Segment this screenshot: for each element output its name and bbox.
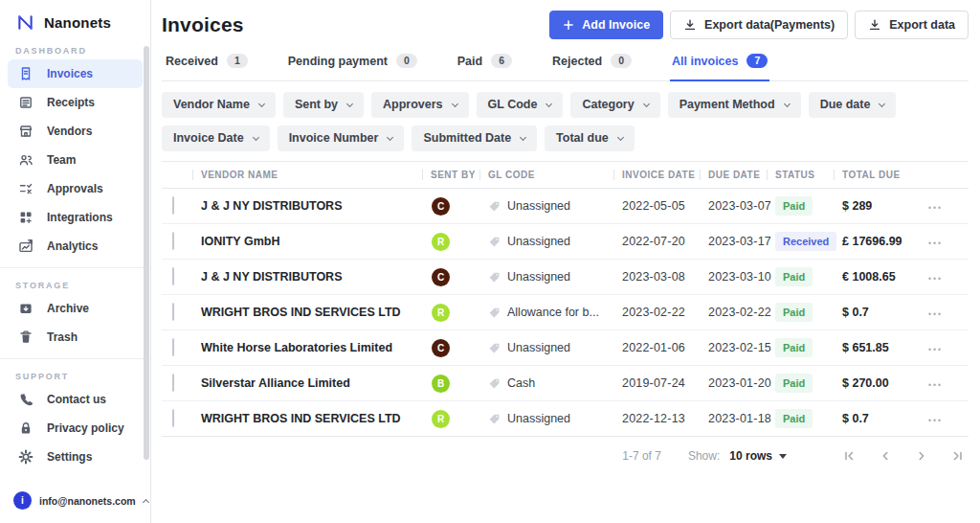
gl-code-cell: Allowance for b... [479, 306, 613, 319]
status-badge: Paid [775, 374, 813, 393]
tab-label: All invoices [672, 55, 738, 68]
row-checkbox[interactable] [172, 196, 174, 215]
filter-label: Invoice Number [289, 132, 379, 145]
row-checkbox[interactable] [172, 267, 174, 285]
sidebar-item-trash[interactable]: Trash [8, 323, 143, 352]
row-actions-button[interactable] [923, 335, 948, 360]
sidebar-item-integrations[interactable]: Integrations [8, 203, 143, 232]
table-row[interactable]: WRIGHT BROS IND SERVICES LTD R Allowance… [162, 295, 969, 330]
table-body: J & J NY DISTRIBUTORS C Unassigned 2022-… [162, 189, 969, 437]
column-header-gl-code: GL CODE [479, 170, 613, 180]
gear-icon [17, 449, 33, 466]
filter-invoice-date[interactable]: Invoice Date [162, 125, 270, 151]
sidebar-item-analytics[interactable]: Analytics [8, 232, 143, 261]
table-row[interactable]: White Horse Laboratories Limited C Unass… [162, 330, 969, 366]
filter-payment-method[interactable]: Payment Method [668, 92, 801, 118]
filter-label: Submitted Date [423, 132, 511, 145]
tab-rejected[interactable]: Rejected 0 [550, 46, 634, 81]
row-actions-button[interactable] [923, 229, 948, 254]
sidebar-item-settings[interactable]: Settings [8, 443, 143, 471]
table-row[interactable]: WRIGHT BROS IND SERVICES LTD R Unassigne… [162, 401, 969, 437]
table-row[interactable]: J & J NY DISTRIBUTORS C Unassigned 2023-… [162, 260, 969, 295]
filter-total-due[interactable]: Total due [545, 125, 635, 151]
column-header-invoice-date: INVOICE DATE [613, 170, 700, 180]
gl-code-value: Unassigned [507, 341, 570, 354]
filter-category[interactable]: Category [570, 92, 659, 118]
sidebar-item-privacy-policy[interactable]: Privacy policy [8, 414, 143, 443]
tab-count-badge: 1 [227, 54, 248, 68]
chevron-down-icon [784, 100, 791, 106]
column-header-due-date: DUE DATE [700, 170, 767, 180]
sent-by-avatar: R [432, 233, 450, 251]
account-row[interactable]: i info@nanonets.com [0, 482, 150, 523]
first-page-button[interactable] [841, 449, 856, 463]
sidebar-item-contact-us[interactable]: Contact us [8, 385, 143, 414]
row-actions-button[interactable] [923, 406, 948, 431]
filter-label: GL Code [488, 99, 538, 111]
sidebar-item-label: Vendors [47, 125, 92, 138]
export-payments-button[interactable]: Export data(Payments) [670, 11, 848, 39]
receipts-icon [17, 95, 33, 111]
row-checkbox[interactable] [172, 374, 174, 392]
export-data-button[interactable]: Export data [855, 11, 969, 39]
row-actions-button[interactable] [923, 264, 948, 289]
sidebar-item-invoices[interactable]: Invoices [8, 59, 143, 88]
table-row[interactable]: J & J NY DISTRIBUTORS C Unassigned 2022-… [162, 189, 969, 224]
tab-pending-payment[interactable]: Pending payment 0 [286, 46, 419, 81]
gl-code-cell: Unassigned [479, 412, 613, 425]
vendor-name-cell: IONITY GmbH [192, 235, 422, 248]
brand[interactable]: Nanonets [0, 0, 150, 36]
column-header-sent-by: SENT BY [422, 170, 479, 180]
row-checkbox[interactable] [172, 303, 174, 321]
filter-vendor-name[interactable]: Vendor Name [162, 92, 276, 118]
filter-gl-code[interactable]: GL Code [477, 92, 564, 118]
chevron-down-icon [546, 100, 552, 106]
filter-label: Due date [820, 99, 871, 111]
sidebar-item-label: Receipts [47, 96, 95, 109]
invoices-icon [17, 66, 33, 82]
filter-invoice-number[interactable]: Invoice Number [278, 125, 405, 151]
lock-icon [17, 421, 33, 437]
chevron-down-icon [879, 100, 885, 106]
tab-received[interactable]: Received 1 [164, 46, 250, 81]
filter-due-date[interactable]: Due date [809, 92, 897, 118]
row-checkbox[interactable] [172, 232, 174, 250]
page-header: Invoices Add Invoice Export data(Payment… [162, 0, 969, 39]
sent-by-avatar: R [432, 304, 450, 322]
filter-sent-by[interactable]: Sent by [283, 92, 364, 118]
sidebar-item-team[interactable]: Team [8, 146, 143, 174]
sidebar-item-archive[interactable]: Archive [8, 294, 143, 323]
sidebar-item-vendors[interactable]: Vendors [8, 117, 143, 146]
sidebar-section-label-storage: STORAGE [0, 271, 150, 294]
last-page-button[interactable] [950, 449, 965, 463]
add-invoice-button[interactable]: Add Invoice [549, 11, 663, 39]
table-row[interactable]: Silverstar Alliance Limited B Cash 2019-… [162, 366, 969, 401]
due-date-cell: 2023-02-22 [700, 306, 767, 319]
due-date-cell: 2023-03-07 [700, 199, 767, 213]
filter-approvers[interactable]: Approvers [371, 92, 469, 118]
row-checkbox[interactable] [172, 409, 174, 427]
row-actions-button[interactable] [923, 193, 948, 218]
row-actions-button[interactable] [923, 371, 948, 396]
sidebar-scrollbar[interactable] [144, 46, 149, 460]
invoices-table: VENDOR NAMESENT BYGL CODEINVOICE DATEDUE… [162, 161, 969, 437]
table-row[interactable]: IONITY GmbH R Unassigned 2022-07-20 2023… [162, 224, 969, 260]
filter-label: Payment Method [679, 99, 775, 111]
tab-all-invoices[interactable]: All invoices 7 [670, 46, 769, 81]
sidebar-item-receipts[interactable]: Receipts [8, 88, 143, 117]
sidebar-item-label: Contact us [47, 393, 106, 406]
filter-submitted-date[interactable]: Submitted Date [412, 125, 537, 151]
sidebar-item-approvals[interactable]: Approvals [8, 174, 143, 203]
tab-paid[interactable]: Paid 6 [456, 46, 514, 81]
due-date-cell: 2023-01-20 [700, 376, 767, 390]
plus-icon [563, 19, 574, 31]
row-checkbox[interactable] [172, 338, 174, 356]
sent-by-avatar: C [432, 197, 450, 216]
add-invoice-label: Add Invoice [582, 18, 650, 32]
sidebar-item-label: Privacy policy [47, 421, 124, 435]
rows-per-page-select[interactable]: 10 rows [729, 449, 787, 463]
next-page-button[interactable] [914, 449, 928, 463]
row-actions-button[interactable] [923, 300, 948, 325]
previous-page-button[interactable] [878, 449, 892, 463]
brand-name: Nanonets [44, 14, 111, 31]
